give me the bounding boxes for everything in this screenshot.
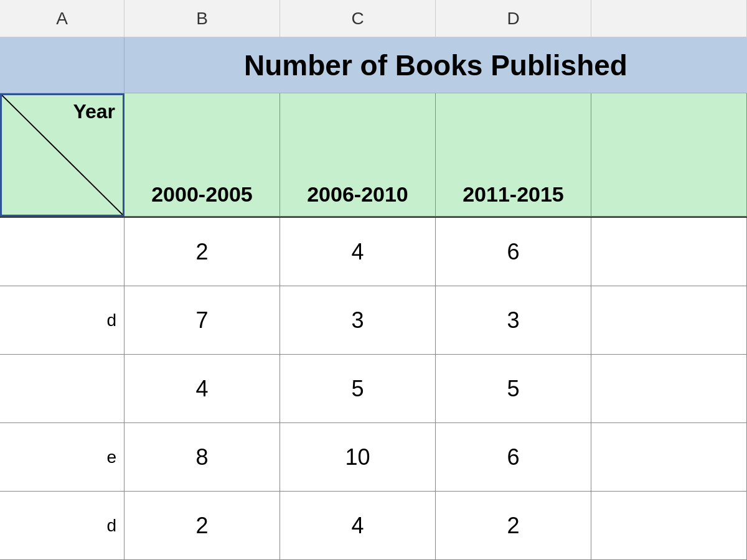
data-cell-1-3	[591, 286, 747, 354]
year-label: Year	[73, 100, 115, 123]
year-range-header-4	[591, 93, 747, 217]
data-cell-4-3	[591, 492, 747, 559]
data-cell-1-2: 3	[436, 286, 591, 354]
row-label-2	[0, 355, 125, 422]
row-label-3: e	[0, 423, 125, 491]
col-header-empty: A	[0, 0, 125, 37]
data-cell-3-1: 10	[280, 423, 436, 491]
header-row: Year 2000-2005 2006-2010 2011-2015	[0, 93, 747, 218]
data-cell-2-2: 5	[436, 355, 591, 422]
data-cell-4-1: 4	[280, 492, 436, 559]
year-range-header-3: 2011-2015	[436, 93, 591, 217]
col-header-b: B	[125, 0, 280, 37]
year-range-label-2: 2006-2010	[307, 182, 408, 207]
year-range-header-1: 2000-2005	[125, 93, 280, 217]
data-row-0: 2 4 6	[0, 218, 747, 286]
data-cell-3-3	[591, 423, 747, 491]
data-cell-2-3	[591, 355, 747, 422]
year-range-label-3: 2011-2015	[463, 182, 564, 207]
data-row-2: 4 5 5	[0, 355, 747, 423]
data-cell-3-0: 8	[125, 423, 280, 491]
year-header-cell: Year	[0, 93, 125, 217]
row-label-4: d	[0, 492, 125, 559]
data-cell-0-0: 2	[125, 218, 280, 286]
table-title: Number of Books Published	[244, 49, 627, 82]
data-cell-0-1: 4	[280, 218, 436, 286]
data-cell-2-1: 5	[280, 355, 436, 422]
title-row: Number of Books Published	[0, 37, 747, 93]
data-cell-4-2: 2	[436, 492, 591, 559]
title-row-empty-cell	[0, 37, 125, 93]
year-range-header-2: 2006-2010	[280, 93, 436, 217]
data-cell-1-0: 7	[125, 286, 280, 354]
row-label-0	[0, 218, 125, 286]
data-cell-0-2: 6	[436, 218, 591, 286]
data-cell-4-0: 2	[125, 492, 280, 559]
col-header-c: C	[280, 0, 436, 37]
data-row-4: d 2 4 2	[0, 492, 747, 560]
data-row-1: d 7 3 3	[0, 286, 747, 355]
row-label-1: d	[0, 286, 125, 354]
col-header-e	[591, 0, 747, 37]
col-header-d: D	[436, 0, 591, 37]
data-cell-3-2: 6	[436, 423, 591, 491]
data-cell-0-3	[591, 218, 747, 286]
column-headers-row: A B C D	[0, 0, 747, 37]
data-cell-1-1: 3	[280, 286, 436, 354]
year-range-label-1: 2000-2005	[151, 182, 253, 207]
data-cell-2-0: 4	[125, 355, 280, 422]
data-row-3: e 8 10 6	[0, 423, 747, 492]
title-cell: Number of Books Published	[125, 37, 747, 93]
spreadsheet: A B C D Number of Books Published Year 2…	[0, 0, 747, 560]
